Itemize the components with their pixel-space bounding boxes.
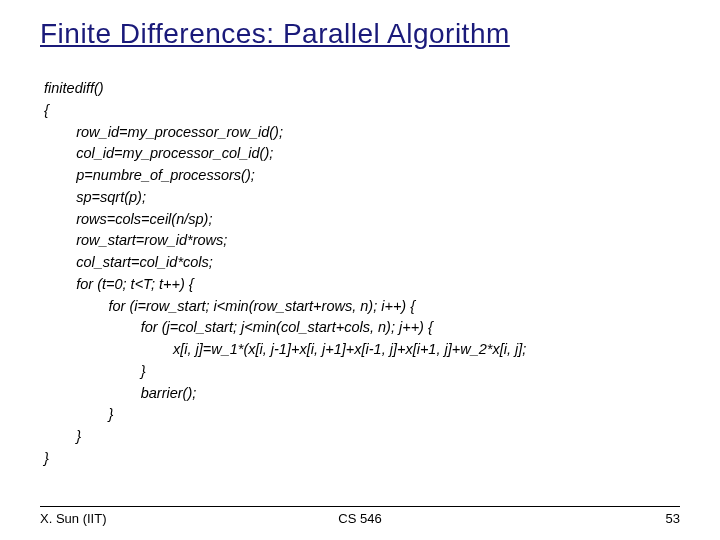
- slide-title: Finite Differences: Parallel Algorithm: [40, 18, 680, 50]
- footer-course: CS 546: [253, 511, 466, 526]
- footer: X. Sun (IIT) CS 546 53: [40, 506, 680, 526]
- footer-author: X. Sun (IIT): [40, 511, 253, 526]
- code-block: finitediff() { row_id=my_processor_row_i…: [40, 78, 680, 470]
- footer-page-number: 53: [467, 511, 680, 526]
- slide: Finite Differences: Parallel Algorithm f…: [0, 0, 720, 540]
